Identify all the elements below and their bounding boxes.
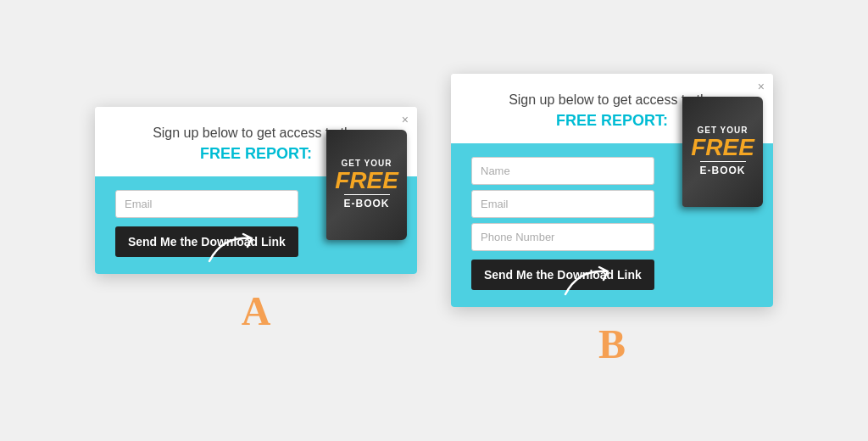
- book-image-A: GET YOURFREEE-BOOK: [326, 130, 407, 240]
- variant-label-B: B: [598, 321, 626, 367]
- book-image-B: GET YOURFREEE-BOOK: [682, 97, 763, 207]
- input-email-A[interactable]: [115, 190, 298, 218]
- book-free: FREE: [691, 136, 754, 159]
- modal-bottom-A: Send Me the Download LinkGET YOURFREEE-B…: [95, 176, 417, 274]
- page-wrapper: ×Sign up below to get access to theFREE …: [78, 57, 790, 383]
- variant-B-container: ×Sign up below to get access to theFREE …: [451, 74, 773, 366]
- variant-label-A: A: [242, 287, 271, 334]
- modal-A: ×Sign up below to get access to theFREE …: [95, 107, 417, 273]
- arrow-icon-B: [561, 265, 612, 299]
- modal-B: ×Sign up below to get access to theFREE …: [451, 74, 773, 306]
- book-ebook: E-BOOK: [344, 194, 390, 209]
- input-phone-number-B[interactable]: [471, 223, 654, 251]
- close-button-A[interactable]: ×: [402, 114, 409, 126]
- modal-bottom-B: Send Me the Download LinkGET YOURFREEE-B…: [451, 143, 773, 307]
- input-email-B[interactable]: [471, 190, 654, 218]
- book-free: FREE: [335, 169, 398, 193]
- close-button-B[interactable]: ×: [758, 81, 765, 92]
- variant-A-container: ×Sign up below to get access to theFREE …: [95, 107, 417, 333]
- book-ebook: E-BOOK: [700, 161, 746, 176]
- input-name-B[interactable]: [471, 157, 654, 185]
- arrow-icon-A: [205, 232, 256, 265]
